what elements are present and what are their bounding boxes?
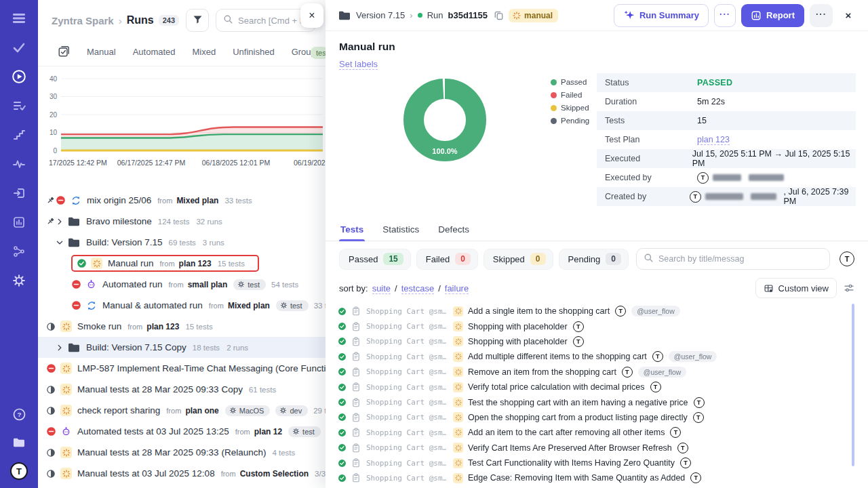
test-title: Test the shopping cart with an item havi… bbox=[468, 398, 688, 407]
report-button[interactable]: Report bbox=[741, 4, 804, 27]
run-row[interactable]: check report sharingfrom plan oneMacOSde… bbox=[38, 400, 326, 421]
svg-text:0: 0 bbox=[53, 147, 57, 155]
milestones-icon[interactable] bbox=[10, 126, 28, 144]
view-settings-icon[interactable] bbox=[844, 283, 854, 293]
sort-by-suite[interactable]: suite bbox=[372, 283, 391, 294]
run-row[interactable]: Manual runfrom plan 12315 tests bbox=[38, 253, 326, 274]
test-result-row[interactable]: Shopping Cart @sm…Remove an item from th… bbox=[326, 365, 868, 380]
run-row[interactable]: Automated tests at 03 Jul 2025 13:25from… bbox=[38, 421, 326, 442]
custom-view-button[interactable]: Custom view bbox=[755, 278, 837, 298]
passed-check-icon bbox=[338, 383, 347, 392]
chevron-down-icon[interactable] bbox=[56, 239, 67, 247]
run-summary-more-button[interactable]: ··· bbox=[714, 4, 736, 27]
run-title: Build: Version 7.15 Copy bbox=[86, 342, 186, 352]
result-donut-chart: 100.0% bbox=[393, 70, 496, 173]
tab-overflow-chip[interactable]: tes bbox=[311, 47, 326, 59]
user-flow-tag: @user_flow bbox=[669, 351, 717, 362]
run-title-block: Manual run Set labels bbox=[326, 31, 868, 70]
test-result-row[interactable]: Shopping Cart @sm…Test the shopping cart… bbox=[326, 394, 868, 409]
test-result-row[interactable]: Shopping Cart @sm…Edge Case: Removing It… bbox=[326, 470, 868, 485]
settings-icon[interactable] bbox=[10, 272, 28, 289]
reports-icon[interactable] bbox=[10, 214, 28, 231]
run-row[interactable]: Manual tests at 28 Mar 2025 09:33 (Relau… bbox=[38, 442, 326, 463]
tab-mixed[interactable]: Mixed bbox=[193, 47, 216, 57]
activity-icon[interactable] bbox=[10, 155, 28, 173]
menu-icon[interactable] bbox=[10, 9, 28, 27]
page-title: Runs bbox=[127, 14, 154, 26]
test-result-row[interactable]: Shopping Cart @sm…Add multiple different… bbox=[326, 349, 868, 364]
sort-by-failure[interactable]: failure bbox=[445, 283, 469, 294]
test-result-row[interactable]: Shopping Cart @sm…Test Cart Functionalit… bbox=[326, 455, 868, 470]
run-summary-button[interactable]: Run Summary bbox=[614, 4, 709, 27]
runs-search-input[interactable] bbox=[238, 16, 309, 26]
run-row[interactable]: Manual tests at 03 Jul 2025 12:08from Cu… bbox=[38, 463, 326, 484]
test-result-row[interactable]: Shopping Cart @sm…Add an item to the car… bbox=[326, 425, 868, 440]
run-row[interactable]: Manual & automated runfrom Mixed plantes… bbox=[38, 295, 326, 316]
user-avatar[interactable]: T bbox=[10, 462, 28, 480]
passed-check-icon bbox=[338, 322, 347, 331]
chevron-right-icon[interactable] bbox=[56, 344, 67, 352]
filter-pending[interactable]: Pending0 bbox=[559, 249, 629, 270]
project-name[interactable]: Zyntra Spark bbox=[52, 15, 114, 26]
runs-trend-chart: 40302010017/2025 12:42 PM06/17/2025 12:4… bbox=[41, 70, 326, 176]
tab-automated[interactable]: Automated bbox=[133, 47, 176, 57]
detail-value: PASSED bbox=[697, 78, 732, 87]
run-row[interactable]: LMP-587 Implement Real-Time Chat Messagi… bbox=[38, 358, 326, 379]
tests-search-input[interactable] bbox=[658, 254, 823, 264]
tests-count: 15 tests bbox=[218, 260, 245, 268]
close-runs-panel-button[interactable]: × bbox=[300, 3, 323, 28]
integrations-icon[interactable] bbox=[10, 243, 28, 260]
passed-check-icon bbox=[338, 459, 347, 468]
test-plan-link[interactable]: plan 123 bbox=[697, 135, 730, 145]
tab-tests[interactable]: Tests bbox=[339, 220, 365, 241]
tests-icon[interactable] bbox=[10, 39, 28, 56]
test-result-row[interactable]: Shopping Cart @sm…Verify total price cal… bbox=[326, 380, 868, 394]
filter-failed[interactable]: Failed0 bbox=[416, 249, 478, 270]
test-title: Remove an item from the shopping cart bbox=[468, 367, 616, 377]
test-list-scrollbar[interactable] bbox=[852, 304, 854, 466]
tab-defects[interactable]: Defects bbox=[437, 220, 471, 241]
chevron-right-icon[interactable] bbox=[56, 218, 67, 226]
version-label[interactable]: Version 7.15 bbox=[356, 10, 405, 20]
test-result-row[interactable]: Shopping Cart @sm…Verify Cart Items Are … bbox=[326, 441, 868, 455]
test-plans-icon[interactable] bbox=[10, 97, 28, 115]
run-group-row[interactable]: Build: Version 7.1569 tests3 runs bbox=[38, 232, 326, 253]
assignee-avatar[interactable]: T bbox=[840, 251, 854, 266]
run-group-row[interactable]: Build: Version 7.15 Copy18 tests2 runs bbox=[38, 337, 326, 358]
projects-icon[interactable] bbox=[10, 434, 28, 451]
tab-manual[interactable]: Manual bbox=[87, 47, 116, 57]
filter-skipped[interactable]: Skipped0 bbox=[484, 249, 553, 270]
help-icon[interactable]: ? bbox=[10, 405, 28, 423]
result-filters: Passed15Failed0Skipped0Pending0 T bbox=[326, 241, 868, 270]
test-result-row[interactable]: Shopping Cart @sm…Open the shopping cart… bbox=[326, 410, 868, 425]
requirements-icon[interactable] bbox=[10, 184, 28, 202]
tab-statistics[interactable]: Statistics bbox=[381, 220, 420, 241]
test-result-row[interactable]: Shopping Cart @sm…Shopping with placehol… bbox=[326, 319, 868, 333]
run-label: Run bbox=[427, 10, 443, 20]
set-labels-link[interactable]: Set labels bbox=[339, 59, 378, 70]
mixed-run-icon bbox=[85, 300, 97, 311]
redacted-name bbox=[713, 174, 741, 181]
filter-button[interactable] bbox=[186, 9, 209, 32]
sort-by-testcase[interactable]: testcase bbox=[401, 283, 434, 294]
close-run-detail-button[interactable]: × bbox=[838, 4, 859, 27]
run-row[interactable]: Manual tests at 28 Mar 2025 09:33 Copy61… bbox=[38, 379, 326, 400]
filter-passed[interactable]: Passed15 bbox=[339, 249, 411, 270]
run-row[interactable]: Smoke runfrom plan 12315 tests bbox=[38, 316, 326, 337]
run-group-row[interactable]: Bravo milestone124 tests32 runs bbox=[38, 211, 326, 232]
in-progress-status-icon bbox=[46, 406, 56, 415]
copy-icon[interactable] bbox=[494, 10, 504, 20]
pin-icon bbox=[46, 196, 56, 205]
run-row[interactable]: Automated runfrom small plantest54 tests bbox=[38, 274, 326, 295]
more-actions-button[interactable]: ··· bbox=[810, 4, 833, 27]
tests-count: 18 tests bbox=[193, 344, 220, 352]
run-title: LMP-587 Implement Real-Time Chat Messagi… bbox=[77, 363, 326, 373]
test-result-row[interactable]: Shopping Cart @sm…Add a single item to t… bbox=[326, 304, 868, 319]
tests-search[interactable] bbox=[636, 248, 830, 270]
select-runs-icon[interactable] bbox=[58, 45, 70, 58]
run-row[interactable]: mix origin 25/06from Mixed plan33 tests bbox=[38, 190, 326, 211]
tab-unfinished[interactable]: Unfinished bbox=[233, 47, 274, 57]
filter-count-badge: 0 bbox=[530, 253, 546, 265]
test-result-row[interactable]: Shopping Cart @sm…Shopping with placehol… bbox=[326, 334, 868, 349]
runs-icon[interactable] bbox=[10, 68, 28, 85]
